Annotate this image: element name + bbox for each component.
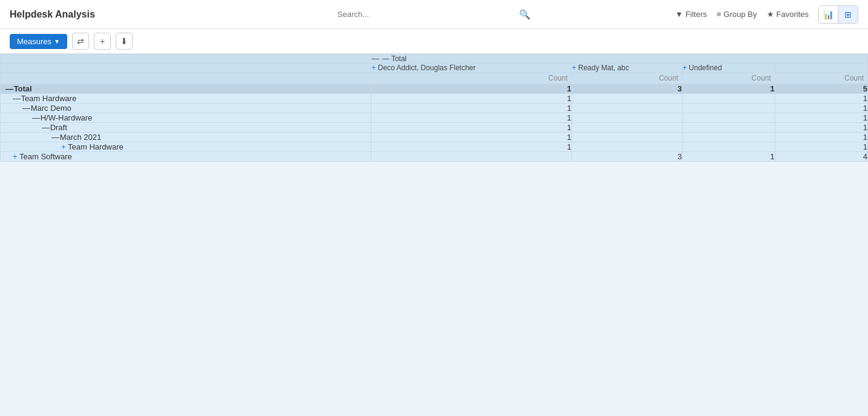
corner-cell-2: [1, 64, 371, 73]
team-hardware-val-4: 1: [775, 94, 867, 104]
march-val-1: 1: [371, 133, 572, 142]
hw-hardware-val-2: [572, 113, 683, 123]
col-count-row: Count Count Count Count: [1, 73, 868, 84]
row-team-software: + Team Software 3 1 4: [1, 152, 868, 162]
pivot-table: — — Total + Deco Addict, Douglas Fletche…: [0, 54, 868, 162]
row-label-march-2021[interactable]: — March 2021: [1, 133, 371, 142]
row-label-team-hardware-sub[interactable]: + Team Hardware: [1, 142, 371, 152]
team-hardware-sub-val-3: [682, 142, 775, 152]
row-draft: — Draft 1 1: [1, 123, 868, 133]
filter-icon: ▼: [675, 10, 683, 19]
plus-expand-icon-deco[interactable]: +: [371, 64, 376, 72]
marc-demo-val-1: 1: [371, 104, 572, 113]
row-team-hardware: — Team Hardware 1 1: [1, 94, 868, 104]
search-icon[interactable]: 🔍: [519, 9, 531, 20]
total-col-header: — — Total: [371, 54, 868, 64]
collapse-team-hardware-icon[interactable]: —: [13, 94, 19, 103]
pivot-col-headers: — — Total + Deco Addict, Douglas Fletche…: [1, 54, 868, 84]
team-hardware-label: Team Hardware: [21, 94, 76, 103]
header-left: Helpdesk Analysis: [10, 9, 95, 20]
col-header-row-1: — — Total: [1, 54, 868, 64]
col-undefined[interactable]: + Undefined: [682, 64, 775, 73]
row-label-team-hardware[interactable]: — Team Hardware: [1, 94, 371, 104]
sliders-icon: ⇄: [77, 36, 84, 46]
row-label-total[interactable]: — Total: [1, 84, 371, 94]
app-title: Helpdesk Analysis: [10, 9, 95, 20]
row-label-draft[interactable]: — Draft: [1, 123, 371, 133]
hw-hardware-label: H/W-Hardware: [41, 113, 93, 122]
row-total: — Total 1 3 1 5: [1, 84, 868, 94]
search-area: 🔍: [337, 9, 531, 20]
count-label-3: Count: [682, 73, 775, 84]
filters-label: Filters: [686, 10, 707, 19]
bar-chart-icon: 📊: [823, 10, 833, 19]
count-label-1: Count: [371, 73, 572, 84]
group-by-label: Group By: [724, 10, 757, 19]
total-val-4: 5: [775, 84, 867, 94]
filter-toggle-button[interactable]: ⇄: [72, 33, 89, 50]
march-val-2: [572, 133, 683, 142]
total-val-1: 1: [371, 84, 572, 94]
team-hardware-sub-val-1: 1: [371, 142, 572, 152]
measures-caret-icon: ▼: [54, 38, 60, 45]
row-label-team-software[interactable]: + Team Software: [1, 152, 371, 162]
measures-label: Measures: [17, 37, 51, 46]
row-label-hw-hardware[interactable]: — H/W-Hardware: [1, 113, 371, 123]
team-hardware-sub-val-4: 1: [775, 142, 867, 152]
favorites-button[interactable]: ★ Favorites: [767, 10, 809, 19]
team-hardware-sub-val-2: [572, 142, 683, 152]
header-right: ▼ Filters ≡ Group By ★ Favorites 📊 ⊞: [675, 5, 858, 24]
team-hardware-sub-label: Team Hardware: [68, 142, 124, 151]
count-label-2: Count: [572, 73, 683, 84]
favorites-label: Favorites: [777, 10, 809, 19]
team-software-label: Team Software: [19, 152, 72, 161]
download-button[interactable]: ⬇: [116, 33, 133, 50]
grid-icon: ⊞: [844, 10, 852, 19]
row-label-marc-demo[interactable]: — Marc Demo: [1, 104, 371, 113]
hw-hardware-val-4: 1: [775, 113, 867, 123]
team-software-val-2: 3: [572, 152, 683, 162]
marc-demo-val-3: [682, 104, 775, 113]
march-2021-label: March 2021: [60, 133, 102, 142]
view-toggles: 📊 ⊞: [818, 5, 858, 24]
team-hardware-val-3: [682, 94, 775, 104]
table-view-button[interactable]: ⊞: [838, 6, 858, 23]
team-hardware-val-1: 1: [371, 94, 572, 104]
collapse-hw-icon[interactable]: —: [32, 113, 38, 122]
col-deco-addict[interactable]: + Deco Addict, Douglas Fletcher: [371, 64, 572, 73]
main-header: Helpdesk Analysis 🔍 ▼ Filters ≡ Group By…: [0, 0, 868, 29]
pivot-outer: — — Total + Deco Addict, Douglas Fletche…: [0, 54, 868, 162]
expand-team-hardware-sub-icon[interactable]: +: [61, 142, 66, 151]
collapse-draft-icon[interactable]: —: [42, 123, 48, 132]
row-march-2021: — March 2021 1 1: [1, 133, 868, 142]
minus-icon[interactable]: —: [371, 54, 379, 63]
download-icon: ⬇: [121, 36, 128, 46]
toolbar: Measures ▼ ⇄ + ⬇: [0, 29, 868, 54]
col-ready-mat[interactable]: + Ready Mat, abc: [572, 64, 683, 73]
collapse-march-icon[interactable]: —: [51, 133, 58, 142]
collapse-marc-demo-icon[interactable]: —: [22, 104, 28, 113]
plus-expand-icon-undef[interactable]: +: [683, 64, 687, 72]
measures-button[interactable]: Measures ▼: [10, 34, 67, 49]
collapse-total-icon[interactable]: —: [5, 84, 12, 93]
marc-demo-val-2: [572, 104, 683, 113]
expand-team-software-icon[interactable]: +: [13, 152, 18, 161]
total-row-label: Total: [14, 84, 32, 93]
star-icon: ★: [767, 10, 774, 19]
draft-val-2: [572, 123, 683, 133]
plus-expand-icon-ready[interactable]: +: [572, 64, 576, 72]
chart-view-button[interactable]: 📊: [819, 6, 838, 23]
march-val-3: [682, 133, 775, 142]
col-undefined-label: Undefined: [689, 64, 722, 72]
pivot-body: — Total 1 3 1 5 — Team Hardware 1: [1, 84, 868, 162]
filters-button[interactable]: ▼ Filters: [675, 10, 707, 19]
total-col-label: — Total: [382, 54, 406, 63]
total-val-2: 3: [572, 84, 683, 94]
marc-demo-label: Marc Demo: [31, 104, 71, 113]
group-by-button[interactable]: ≡ Group By: [717, 10, 757, 19]
add-button[interactable]: +: [94, 33, 111, 50]
filter-group: ▼ Filters ≡ Group By ★ Favorites: [675, 10, 809, 19]
team-software-val-3: 1: [682, 152, 775, 162]
search-input[interactable]: [337, 10, 519, 19]
row-marc-demo: — Marc Demo 1 1: [1, 104, 868, 113]
